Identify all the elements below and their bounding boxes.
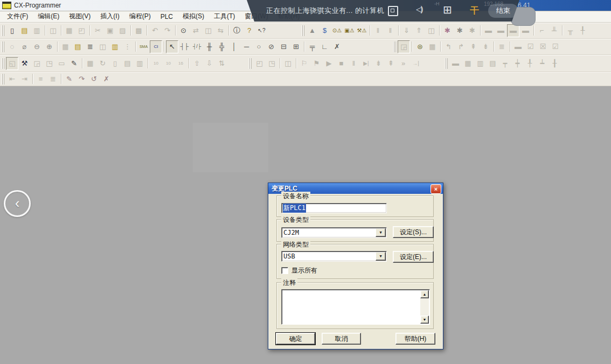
new-project-button[interactable]: ▯ [6, 24, 18, 37]
rung-flag-button[interactable]: ≣ [47, 73, 59, 86]
sim-run-button[interactable]: ▶ [323, 57, 335, 70]
menu-item-view[interactable]: 视图(V) [64, 11, 95, 22]
local-symbols-button[interactable]: ▤ [72, 40, 84, 53]
fullscreen-icon[interactable] [388, 6, 398, 16]
data-trace-button[interactable]: ╥ [564, 24, 577, 37]
save-project-button[interactable]: ▥ [31, 24, 43, 37]
force-off-button[interactable]: ⇩ [203, 57, 216, 70]
transfer-to-plc-button[interactable]: ⇓ [400, 24, 413, 37]
ladder-sym-4-button[interactable]: ┷ [536, 57, 548, 70]
context-help-button[interactable]: ↖? [255, 24, 268, 37]
watch-window-button[interactable]: ▤ [121, 57, 134, 70]
menu-item-program[interactable]: 编程(P) [124, 11, 156, 22]
compile-project-button[interactable]: ⚒ [18, 57, 31, 70]
open-project-button[interactable]: ▤ [18, 24, 31, 37]
menu-item-tools[interactable]: 工具(T) [209, 11, 240, 22]
network-type-select[interactable]: USB ▼ [281, 251, 387, 262]
monitor-view-1-button[interactable]: ▬ [482, 24, 495, 37]
comment-scrollbar[interactable]: ▲ ▼ [420, 290, 429, 324]
function-block-button[interactable]: ⊞ [290, 40, 302, 53]
symbol-list-button[interactable]: ≣ [84, 40, 96, 53]
sim-to-end-button[interactable]: →| [409, 57, 422, 70]
horizontal-line-button[interactable]: ─ [240, 40, 253, 53]
page-setup-button[interactable]: ◫ [47, 24, 59, 37]
invert-fb-button[interactable]: ╤ [306, 40, 318, 53]
zoom-in-button[interactable]: ⊕ [43, 40, 55, 53]
download-to-plc-button[interactable]: ◰ [253, 57, 266, 70]
resume-monitoring-button[interactable]: ⚑ [310, 57, 323, 70]
sim-step-run-button[interactable]: ▶| [360, 57, 372, 70]
network-type-settings-button[interactable]: 设定(E)... [393, 251, 434, 263]
close-button[interactable]: × [431, 184, 441, 194]
vertical-line-button[interactable]: │ [228, 40, 240, 53]
window-sync-button[interactable]: ◫ [96, 40, 109, 53]
ladder-sym-1-button[interactable]: ┯ [499, 57, 511, 70]
sim-pause-button[interactable]: ‖ [348, 57, 360, 70]
device-name-input[interactable]: 新PLC1 [281, 203, 387, 213]
speaker-icon[interactable]: ◁) [416, 5, 422, 13]
cycle-time-button[interactable]: ╀ [577, 24, 589, 37]
scroll-up-button[interactable]: ▲ [420, 290, 429, 298]
copy-button[interactable]: ▣ [104, 24, 116, 37]
sim-step-in-button[interactable]: ⇟ [372, 57, 385, 70]
cut-button[interactable]: ✂ [92, 24, 104, 37]
comment-block-button[interactable]: ▬ [512, 40, 524, 53]
coil-open-button[interactable]: ○ [253, 40, 265, 53]
zoom-cut-button[interactable]: ⌀ [18, 40, 31, 53]
program-check-button[interactable]: ◲ [398, 40, 410, 53]
window-float-button[interactable]: ▭ [55, 57, 68, 70]
pushpin-icon[interactable]: 干 [470, 4, 479, 17]
menu-item-insert[interactable]: 插入(I) [95, 11, 124, 22]
indent-button[interactable]: ⇥ [18, 73, 31, 86]
instruction-button[interactable]: ⊟ [277, 40, 290, 53]
monitor-view-3-button[interactable]: ▬ [507, 24, 519, 37]
line-connect-button[interactable]: ∟ [318, 40, 331, 53]
menu-item-file[interactable]: 文件(F) [2, 11, 33, 22]
window-watch-button[interactable]: ◳ [43, 57, 55, 70]
cancel-button[interactable]: 取消 [322, 333, 361, 345]
address-reference-button[interactable]: ↻ [96, 57, 109, 70]
contact-or-open-button[interactable]: ╫ [203, 40, 216, 53]
address-list-button[interactable]: ▥ [109, 40, 121, 53]
find-in-window-button[interactable]: ◫ [202, 24, 214, 37]
delete-rung-button[interactable]: ↱ [455, 40, 467, 53]
mark-next-button[interactable]: ↷ [75, 73, 88, 86]
auto-online-button[interactable]: $ [318, 24, 331, 37]
insert-rung-above-button[interactable]: ↰ [442, 40, 455, 53]
pause-button[interactable]: ‖ [384, 24, 397, 37]
zoom-tiny-button[interactable]: ◌ [6, 40, 18, 53]
contact-or-closed-button[interactable]: ╬ [216, 40, 228, 53]
io-table-2-button[interactable]: ▦ [462, 57, 474, 70]
display-signed-decimal-button[interactable]: 10 [162, 57, 175, 70]
undo-button[interactable]: ↶ [149, 24, 161, 37]
properties-button[interactable]: ✎ [68, 57, 80, 70]
chevron-down-icon[interactable]: ▼ [376, 252, 386, 261]
select-tool-button[interactable]: ↖ [166, 40, 178, 53]
compare-with-plc-button[interactable]: ◫ [425, 24, 438, 37]
output-window-button[interactable]: ▯ [109, 57, 121, 70]
coil-closed-button[interactable]: ⊘ [265, 40, 277, 53]
menu-item-simulation[interactable]: 模拟(S) [178, 11, 209, 22]
show-all-checkbox[interactable] [281, 267, 288, 274]
mnemonics-view-button[interactable]: SMA [137, 40, 150, 53]
find-button[interactable]: ⊙ [177, 24, 190, 37]
partial-transfer-button[interactable]: ◫ [282, 57, 294, 70]
ladder-sym-5-button[interactable]: ╂ [548, 57, 561, 70]
chevron-down-icon[interactable]: ▼ [376, 228, 386, 237]
print-button[interactable]: ▦ [63, 24, 75, 37]
replace-button[interactable]: ⇄ [190, 24, 202, 37]
overlay-back-button[interactable]: ‹ [4, 190, 31, 217]
monitor-pause-button[interactable]: ‖ [372, 24, 384, 37]
monitor-view-4-button[interactable]: ▬ [519, 24, 532, 37]
grid-toggle-button[interactable]: ▦ [59, 40, 72, 53]
split-window-icon[interactable]: ⊞ [443, 3, 452, 16]
monitor-view-2-button[interactable]: ▬ [495, 24, 507, 37]
comment-textarea[interactable]: ▲ ▼ [281, 289, 430, 325]
ladder-sym-3-button[interactable]: ╀ [524, 57, 536, 70]
redo-button[interactable]: ↷ [161, 24, 173, 37]
help-button[interactable]: ? [243, 24, 255, 37]
simulator-online-button[interactable]: ⚒⚠ [356, 24, 368, 37]
pin-handle-icon[interactable]: -H [434, 1, 440, 6]
window-workspace-button[interactable]: ◱ [6, 57, 18, 70]
force-on-button[interactable]: ⇧ [191, 57, 203, 70]
